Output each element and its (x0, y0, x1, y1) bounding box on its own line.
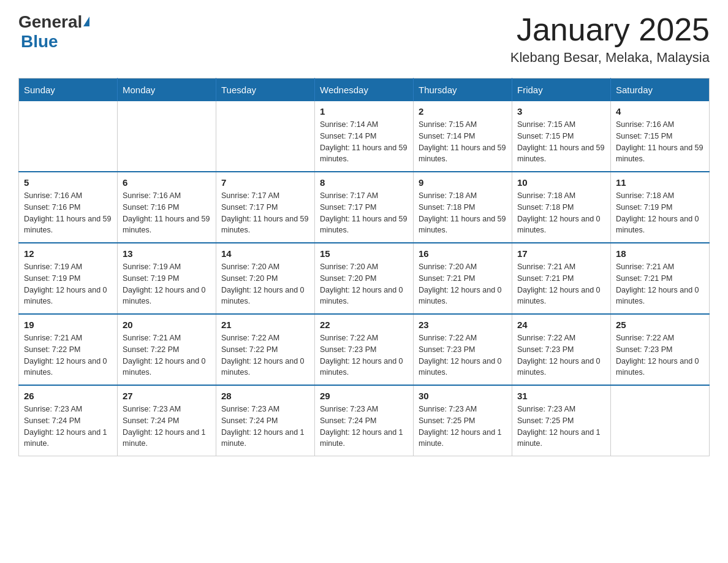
day-info: Sunrise: 7:21 AMSunset: 7:21 PMDaylight:… (616, 261, 704, 307)
day-number: 20 (123, 320, 211, 330)
day-number: 22 (320, 320, 408, 330)
day-info: Sunrise: 7:22 AMSunset: 7:23 PMDaylight:… (517, 332, 605, 378)
day-number: 21 (221, 320, 309, 330)
day-number: 5 (24, 177, 112, 188)
calendar-day-header: Sunday (19, 79, 118, 102)
logo: General Blue (18, 12, 89, 52)
calendar-cell: 2Sunrise: 7:15 AMSunset: 7:14 PMDaylight… (414, 101, 512, 172)
day-info: Sunrise: 7:17 AMSunset: 7:17 PMDaylight:… (221, 190, 309, 236)
day-info: Sunrise: 7:19 AMSunset: 7:19 PMDaylight:… (123, 261, 211, 307)
day-number: 8 (320, 177, 408, 188)
logo-triangle-icon (83, 17, 89, 26)
day-info: Sunrise: 7:16 AMSunset: 7:16 PMDaylight:… (24, 190, 112, 236)
day-number: 28 (221, 391, 309, 401)
day-info: Sunrise: 7:17 AMSunset: 7:17 PMDaylight:… (320, 190, 408, 236)
day-number: 3 (517, 106, 605, 117)
day-info: Sunrise: 7:20 AMSunset: 7:20 PMDaylight:… (320, 261, 408, 307)
day-info: Sunrise: 7:23 AMSunset: 7:24 PMDaylight:… (123, 404, 211, 450)
calendar-cell: 13Sunrise: 7:19 AMSunset: 7:19 PMDayligh… (118, 243, 216, 314)
calendar-cell: 14Sunrise: 7:20 AMSunset: 7:20 PMDayligh… (216, 243, 315, 314)
day-info: Sunrise: 7:23 AMSunset: 7:24 PMDaylight:… (320, 404, 408, 450)
calendar-cell: 17Sunrise: 7:21 AMSunset: 7:21 PMDayligh… (512, 243, 611, 314)
day-number: 30 (419, 391, 507, 401)
day-number: 27 (123, 391, 211, 401)
calendar-week-row: 1Sunrise: 7:14 AMSunset: 7:14 PMDaylight… (19, 101, 710, 172)
calendar-cell: 8Sunrise: 7:17 AMSunset: 7:17 PMDaylight… (315, 172, 414, 243)
day-number: 25 (616, 320, 704, 330)
calendar-cell: 11Sunrise: 7:18 AMSunset: 7:19 PMDayligh… (611, 172, 710, 243)
day-info: Sunrise: 7:16 AMSunset: 7:16 PMDaylight:… (123, 190, 211, 236)
day-info: Sunrise: 7:21 AMSunset: 7:22 PMDaylight:… (123, 332, 211, 378)
calendar-cell: 3Sunrise: 7:15 AMSunset: 7:15 PMDaylight… (512, 101, 611, 172)
calendar-day-header: Saturday (611, 79, 710, 102)
calendar-cell (118, 101, 216, 172)
calendar-cell: 24Sunrise: 7:22 AMSunset: 7:23 PMDayligh… (512, 314, 611, 385)
calendar-cell: 26Sunrise: 7:23 AMSunset: 7:24 PMDayligh… (19, 385, 118, 456)
day-info: Sunrise: 7:18 AMSunset: 7:19 PMDaylight:… (616, 190, 704, 236)
calendar-cell: 23Sunrise: 7:22 AMSunset: 7:23 PMDayligh… (414, 314, 512, 385)
calendar-cell (611, 385, 710, 456)
day-info: Sunrise: 7:14 AMSunset: 7:14 PMDaylight:… (320, 119, 408, 165)
calendar-cell: 19Sunrise: 7:21 AMSunset: 7:22 PMDayligh… (19, 314, 118, 385)
day-number: 2 (419, 106, 507, 117)
day-info: Sunrise: 7:23 AMSunset: 7:25 PMDaylight:… (419, 404, 507, 450)
day-number: 19 (24, 320, 112, 330)
page-header: General Blue January 2025 Klebang Besar,… (18, 12, 710, 66)
day-number: 14 (221, 248, 309, 259)
calendar-cell: 28Sunrise: 7:23 AMSunset: 7:24 PMDayligh… (216, 385, 315, 456)
day-number: 7 (221, 177, 309, 188)
calendar-cell: 4Sunrise: 7:16 AMSunset: 7:15 PMDaylight… (611, 101, 710, 172)
day-info: Sunrise: 7:20 AMSunset: 7:20 PMDaylight:… (221, 261, 309, 307)
calendar-cell: 15Sunrise: 7:20 AMSunset: 7:20 PMDayligh… (315, 243, 414, 314)
calendar-cell: 27Sunrise: 7:23 AMSunset: 7:24 PMDayligh… (118, 385, 216, 456)
calendar-title: January 2025 (510, 12, 710, 47)
calendar-week-row: 19Sunrise: 7:21 AMSunset: 7:22 PMDayligh… (19, 314, 710, 385)
day-info: Sunrise: 7:18 AMSunset: 7:18 PMDaylight:… (419, 190, 507, 236)
calendar-cell: 9Sunrise: 7:18 AMSunset: 7:18 PMDaylight… (414, 172, 512, 243)
calendar-cell: 16Sunrise: 7:20 AMSunset: 7:21 PMDayligh… (414, 243, 512, 314)
day-info: Sunrise: 7:16 AMSunset: 7:15 PMDaylight:… (616, 119, 704, 165)
calendar-cell: 18Sunrise: 7:21 AMSunset: 7:21 PMDayligh… (611, 243, 710, 314)
day-info: Sunrise: 7:22 AMSunset: 7:23 PMDaylight:… (320, 332, 408, 378)
calendar-table: SundayMondayTuesdayWednesdayThursdayFrid… (18, 78, 710, 456)
calendar-day-header: Wednesday (315, 79, 414, 102)
day-number: 23 (419, 320, 507, 330)
calendar-cell: 6Sunrise: 7:16 AMSunset: 7:16 PMDaylight… (118, 172, 216, 243)
calendar-day-header: Monday (118, 79, 216, 102)
day-info: Sunrise: 7:23 AMSunset: 7:25 PMDaylight:… (517, 404, 605, 450)
calendar-cell: 7Sunrise: 7:17 AMSunset: 7:17 PMDaylight… (216, 172, 315, 243)
calendar-week-row: 5Sunrise: 7:16 AMSunset: 7:16 PMDaylight… (19, 172, 710, 243)
calendar-cell: 21Sunrise: 7:22 AMSunset: 7:22 PMDayligh… (216, 314, 315, 385)
logo-blue-text: Blue (21, 32, 58, 51)
calendar-header-row: SundayMondayTuesdayWednesdayThursdayFrid… (19, 79, 710, 102)
day-number: 26 (24, 391, 112, 401)
day-info: Sunrise: 7:21 AMSunset: 7:21 PMDaylight:… (517, 261, 605, 307)
calendar-cell: 12Sunrise: 7:19 AMSunset: 7:19 PMDayligh… (19, 243, 118, 314)
calendar-cell: 31Sunrise: 7:23 AMSunset: 7:25 PMDayligh… (512, 385, 611, 456)
calendar-week-row: 26Sunrise: 7:23 AMSunset: 7:24 PMDayligh… (19, 385, 710, 456)
calendar-week-row: 12Sunrise: 7:19 AMSunset: 7:19 PMDayligh… (19, 243, 710, 314)
day-number: 18 (616, 248, 704, 259)
calendar-cell: 30Sunrise: 7:23 AMSunset: 7:25 PMDayligh… (414, 385, 512, 456)
day-number: 13 (123, 248, 211, 259)
day-number: 12 (24, 248, 112, 259)
calendar-cell (19, 101, 118, 172)
calendar-subtitle: Klebang Besar, Melaka, Malaysia (510, 50, 710, 66)
day-number: 15 (320, 248, 408, 259)
day-info: Sunrise: 7:21 AMSunset: 7:22 PMDaylight:… (24, 332, 112, 378)
day-number: 10 (517, 177, 605, 188)
day-info: Sunrise: 7:18 AMSunset: 7:18 PMDaylight:… (517, 190, 605, 236)
logo-general-text: General (18, 12, 82, 32)
calendar-cell: 10Sunrise: 7:18 AMSunset: 7:18 PMDayligh… (512, 172, 611, 243)
calendar-cell: 5Sunrise: 7:16 AMSunset: 7:16 PMDaylight… (19, 172, 118, 243)
day-number: 29 (320, 391, 408, 401)
calendar-day-header: Thursday (414, 79, 512, 102)
day-number: 17 (517, 248, 605, 259)
calendar-day-header: Friday (512, 79, 611, 102)
calendar-day-header: Tuesday (216, 79, 315, 102)
day-info: Sunrise: 7:22 AMSunset: 7:23 PMDaylight:… (616, 332, 704, 378)
calendar-cell: 20Sunrise: 7:21 AMSunset: 7:22 PMDayligh… (118, 314, 216, 385)
day-number: 6 (123, 177, 211, 188)
day-info: Sunrise: 7:20 AMSunset: 7:21 PMDaylight:… (419, 261, 507, 307)
day-info: Sunrise: 7:19 AMSunset: 7:19 PMDaylight:… (24, 261, 112, 307)
